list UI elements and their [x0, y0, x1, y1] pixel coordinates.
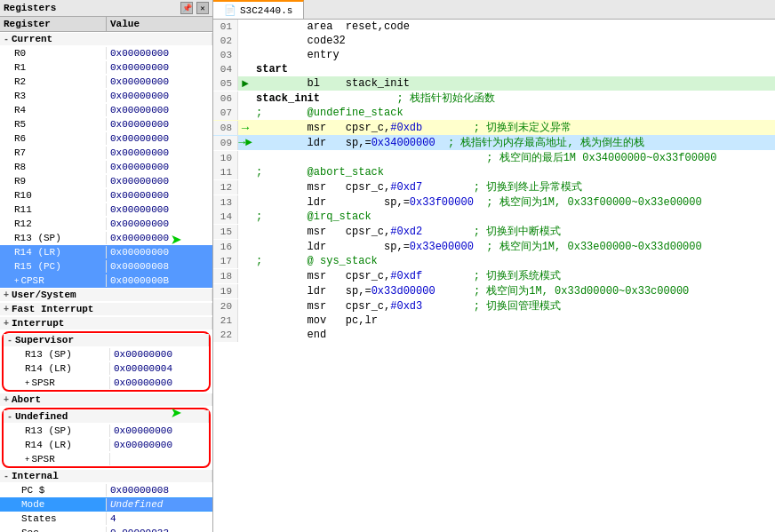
supervisor-section-circled: -Supervisor R13 (SP)0x00000000 R14 (LR)0…	[2, 331, 211, 392]
reg-r6[interactable]: R60x00000000	[0, 131, 212, 146]
reg-r11[interactable]: R110x00000000	[0, 202, 212, 217]
section-supervisor[interactable]: -Supervisor	[4, 333, 209, 347]
reg-sup-r14-value: 0x00000004	[110, 362, 209, 375]
reg-r13-name: R13 (SP)	[0, 232, 107, 244]
code-line-05: 05 ► bl stack_init	[213, 76, 775, 91]
line-content-06: stack_init ; 栈指针初始化函数	[252, 91, 775, 106]
reg-r8-name: R8	[0, 161, 107, 173]
reg-r7-value: 0x00000000	[107, 147, 212, 159]
reg-r10[interactable]: R100x00000000	[0, 188, 212, 202]
section-internal-label: -Internal	[0, 470, 212, 482]
reg-r6-name: R6	[0, 132, 107, 145]
registers-panel: Registers 📌 ✕ Register Value -Current R0…	[0, 0, 213, 532]
reg-r14-lr[interactable]: R14 (LR) 0x00000000	[0, 245, 212, 259]
reg-mode[interactable]: Mode Undefined	[0, 497, 212, 512]
section-user-system-label: +User/System	[0, 289, 212, 301]
reg-r7[interactable]: R70x00000000	[0, 146, 212, 160]
reg-undef-spsr-value	[110, 458, 209, 460]
reg-undef-spsr[interactable]: +SPSR	[4, 452, 209, 466]
code-line-22: 22 end	[213, 328, 775, 342]
reg-r12-value: 0x00000000	[107, 218, 212, 230]
section-undefined-label: -Undefined	[4, 410, 209, 423]
section-internal[interactable]: -Internal	[0, 469, 212, 483]
section-abort[interactable]: +Abort	[0, 393, 212, 407]
reg-pc-dollar[interactable]: PC $0x00000008	[0, 483, 212, 497]
line-content-09: ldr sp,=0x34000000 ; 栈指针为内存最高地址, 栈为倒生的栈	[252, 135, 775, 150]
col-register: Register	[0, 17, 107, 31]
reg-r3[interactable]: R30x00000000	[0, 89, 212, 103]
expand-current-icon: -	[4, 35, 9, 44]
pin-icon[interactable]: 📌	[180, 2, 193, 14]
line-num-19: 19	[213, 284, 238, 298]
reg-r0-name: R0	[0, 47, 107, 60]
reg-r8[interactable]: R80x00000000	[0, 160, 212, 174]
reg-sup-r13-value: 0x00000000	[110, 348, 209, 361]
line-num-13: 13	[213, 195, 238, 210]
undefined-section-circled: -Undefined R13 (SP)0x00000000 R14 (LR) 0…	[2, 408, 211, 468]
code-line-10: 10 ; 栈空间的最后1M 0x34000000~0x33f00000	[213, 150, 775, 165]
section-current-label: -Current	[0, 33, 212, 45]
line-num-16: 16	[213, 240, 238, 254]
section-fast-interrupt[interactable]: +Fast Interrupt	[0, 302, 212, 316]
reg-states[interactable]: States4	[0, 512, 212, 526]
line-content-17: ; @ sys_stack	[252, 255, 775, 267]
reg-cpsr[interactable]: +CPSR 0x0000000B	[0, 274, 212, 288]
reg-sec[interactable]: Sec0.00000033	[0, 526, 212, 532]
code-body[interactable]: 01 area reset,code 02 code32 03 entry	[213, 20, 775, 532]
line-content-12: msr cpsr_c,#0xd7 ; 切换到终止异常模式	[252, 179, 775, 195]
reg-r13-sp[interactable]: R13 (SP)0x00000000	[0, 231, 212, 245]
reg-r12[interactable]: R120x00000000	[0, 217, 212, 231]
code-line-03: 03 entry	[213, 48, 775, 62]
reg-r11-name: R11	[0, 203, 107, 216]
code-tab-s3c2440[interactable]: 📄 S3C2440.s	[213, 0, 304, 19]
line-num-14: 14	[213, 210, 238, 224]
reg-sup-spsr[interactable]: +SPSR0x00000000	[4, 376, 209, 390]
line-content-04: start	[252, 63, 775, 75]
section-current[interactable]: -Current	[0, 32, 212, 46]
code-line-20: 20 msr cpsr_c,#0xd3 ; 切换回管理模式	[213, 298, 775, 314]
line-num-17: 17	[213, 254, 238, 268]
reg-r3-value: 0x00000000	[107, 90, 212, 102]
reg-r2[interactable]: R20x00000000	[0, 75, 212, 89]
line-content-11: ; @abort_stack	[252, 166, 775, 179]
section-user-system[interactable]: +User/System	[0, 288, 212, 302]
section-undefined[interactable]: -Undefined	[4, 409, 209, 424]
reg-r14-name: R14 (LR)	[0, 246, 107, 258]
reg-undef-r14[interactable]: R14 (LR) 0x00000000	[4, 438, 209, 452]
reg-r9[interactable]: R90x00000000	[0, 174, 212, 188]
line-content-01: area reset,code	[252, 20, 775, 33]
registers-body[interactable]: -Current R00x00000000 R10x00000000 R20x0…	[0, 32, 212, 532]
code-line-07: 07 ; @undefine_stack	[213, 106, 775, 120]
reg-r4[interactable]: R40x00000000	[0, 103, 212, 117]
line-num-11: 11	[213, 165, 238, 179]
reg-sec-value: 0.00000033	[107, 527, 212, 532]
code-line-16: 16 ldr sp,=0x33e00000 ; 栈空间为1M, 0x33e000…	[213, 239, 775, 254]
reg-sup-spsr-value: 0x00000000	[110, 377, 209, 389]
col-value: Value	[107, 17, 212, 31]
reg-r0[interactable]: R00x00000000	[0, 46, 212, 60]
reg-undef-r13[interactable]: R13 (SP)0x00000000	[4, 424, 209, 438]
reg-sup-r14[interactable]: R14 (LR)0x00000004	[4, 361, 209, 376]
reg-r5[interactable]: R50x00000000	[0, 117, 212, 131]
reg-undef-r14-value: 0x00000000	[110, 439, 209, 451]
tab-label: S3C2440.s	[240, 5, 292, 16]
section-interrupt[interactable]: +Interrupt	[0, 316, 212, 330]
close-icon[interactable]: ✕	[196, 2, 209, 14]
line-num-12: 12	[213, 180, 238, 195]
reg-r1[interactable]: R10x00000000	[0, 60, 212, 75]
line-content-21: mov pc,lr	[252, 314, 775, 327]
reg-sup-r13[interactable]: R13 (SP)0x00000000	[4, 347, 209, 361]
reg-r3-name: R3	[0, 90, 107, 102]
code-line-02: 02 code32	[213, 34, 775, 48]
code-panel: 📄 S3C2440.s 01 area reset,code 02 code32	[213, 0, 775, 532]
line-ind-05: ►	[238, 77, 252, 91]
section-supervisor-label: -Supervisor	[4, 334, 209, 346]
line-content-13: ldr sp,=0x33f00000 ; 栈空间为1M, 0x33f00000~…	[252, 195, 775, 210]
reg-sup-r13-name: R13 (SP)	[4, 348, 110, 361]
reg-r10-value: 0x00000000	[107, 189, 212, 202]
line-content-10: ; 栈空间的最后1M 0x34000000~0x33f00000	[252, 150, 775, 165]
reg-pc-value: 0x00000008	[107, 484, 212, 496]
code-line-09: 09 →► ldr sp,=0x34000000 ; 栈指针为内存最高地址, 栈…	[213, 135, 775, 150]
reg-r15-pc[interactable]: R15 (PC) 0x00000008	[0, 259, 212, 274]
reg-r2-value: 0x00000000	[107, 75, 212, 88]
